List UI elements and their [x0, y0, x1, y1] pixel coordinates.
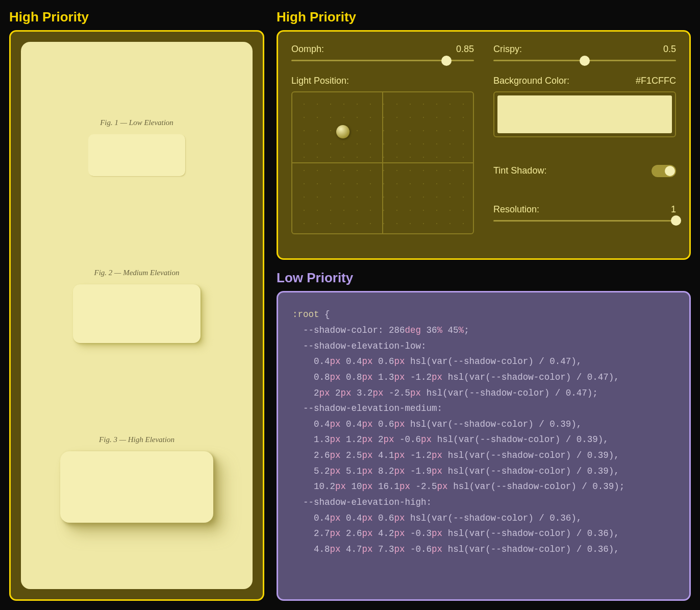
light-position-label: Light Position:: [291, 76, 474, 86]
controls-panel: Oomph: 0.85 Crispy: 0.5: [277, 30, 691, 260]
tint-shadow-label: Tint Shadow:: [493, 165, 546, 176]
controls-panel-title: High Priority: [277, 9, 691, 25]
figure-medium: Fig. 2 — Medium Elevation: [73, 269, 201, 343]
crispy-value: 0.5: [663, 44, 676, 55]
code-panel-title: Low Priority: [277, 270, 691, 286]
light-position-pad[interactable]: [291, 91, 474, 234]
css-output[interactable]: :root { --shadow-color: 286deg 36% 45%; …: [292, 307, 686, 557]
crispy-label: Crispy:: [493, 44, 522, 55]
background-color-well[interactable]: [493, 91, 676, 137]
oomph-value: 0.85: [456, 44, 474, 55]
light-position-control: Light Position:: [291, 76, 474, 234]
preview-panel: Fig. 1 — Low Elevation Fig. 2 — Medium E…: [9, 30, 264, 601]
figure-low-caption: Fig. 1 — Low Elevation: [88, 118, 185, 127]
resolution-slider-thumb[interactable]: [671, 215, 681, 226]
crispy-slider-thumb[interactable]: [580, 56, 590, 66]
oomph-slider-thumb[interactable]: [441, 56, 452, 66]
figure-low: Fig. 1 — Low Elevation: [88, 118, 185, 176]
preview-surface: Fig. 1 — Low Elevation Fig. 2 — Medium E…: [21, 42, 253, 589]
background-color-label: Background Color:: [493, 76, 569, 86]
resolution-value: 1: [671, 204, 676, 215]
resolution-slider[interactable]: [493, 220, 676, 222]
oomph-control: Oomph: 0.85: [291, 44, 474, 61]
resolution-label: Resolution:: [493, 204, 539, 215]
background-color-swatch: [497, 95, 672, 133]
figure-high: Fig. 3 — High Elevation: [60, 435, 213, 523]
card-low-elevation: [88, 134, 185, 176]
figure-high-caption: Fig. 3 — High Elevation: [60, 435, 213, 444]
light-position-handle[interactable]: [336, 125, 349, 138]
background-color-control: Background Color: #F1CFFC: [493, 76, 676, 150]
resolution-control: Resolution: 1: [493, 204, 676, 234]
code-panel: :root { --shadow-color: 286deg 36% 45%; …: [277, 291, 691, 601]
preview-panel-title: High Priority: [9, 9, 264, 25]
figure-medium-caption: Fig. 2 — Medium Elevation: [73, 269, 201, 277]
crispy-control: Crispy: 0.5: [493, 44, 676, 61]
tint-shadow-toggle[interactable]: [652, 165, 676, 177]
background-color-value: #F1CFFC: [636, 76, 676, 86]
card-high-elevation: [60, 451, 213, 523]
oomph-label: Oomph:: [291, 44, 324, 55]
oomph-slider[interactable]: [291, 60, 474, 61]
crispy-slider[interactable]: [493, 60, 676, 61]
tint-shadow-toggle-knob: [665, 166, 675, 176]
tint-shadow-control: Tint Shadow:: [493, 165, 676, 190]
card-medium-elevation: [73, 284, 201, 343]
